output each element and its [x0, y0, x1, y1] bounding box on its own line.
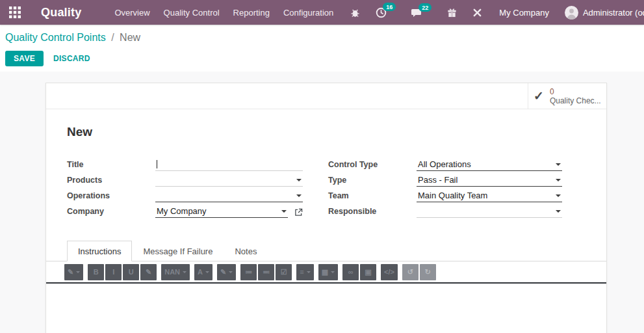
underline-button[interactable]: U: [123, 264, 139, 280]
unordered-list-button[interactable]: ≔: [240, 264, 257, 280]
field-column-right: Control Type All Operations Type Pass - …: [328, 159, 562, 221]
company-select[interactable]: My Company: [155, 206, 288, 218]
remove-format-button[interactable]: ✎: [140, 264, 157, 280]
text-cursor: [157, 160, 157, 168]
control-type-label: Control Type: [328, 160, 417, 171]
breadcrumb: Quality Control Points / New: [5, 32, 644, 44]
checklist-button[interactable]: ☑: [276, 264, 292, 280]
paragraph-style-button[interactable]: ✎: [64, 264, 83, 280]
caret-down-icon: [229, 271, 233, 273]
table-icon: ▦: [322, 268, 328, 276]
discard-button[interactable]: DISCARD: [53, 54, 90, 63]
unordered-list-icon: ≔: [245, 268, 252, 276]
external-link-icon[interactable]: [294, 208, 303, 218]
field-column-left: Title Products Opera: [67, 159, 303, 221]
underline-icon: U: [129, 268, 134, 276]
form-button-box: ✓ 0 Quality Chec...: [46, 83, 606, 109]
caret-down-icon: [183, 271, 187, 273]
products-select[interactable]: [155, 175, 303, 187]
field-row-company: Company My Company: [67, 206, 303, 218]
team-select[interactable]: Main Quality Team: [417, 191, 562, 202]
tab-notes[interactable]: Notes: [224, 241, 268, 261]
link-icon: ∞: [348, 268, 354, 276]
breadcrumb-separator: /: [111, 32, 114, 43]
italic-icon: I: [112, 268, 114, 276]
navbar-systray: 16 22 My Company: [335, 6, 644, 20]
breadcrumb-current: New: [120, 32, 140, 43]
table-button[interactable]: ▦: [318, 264, 338, 280]
type-select[interactable]: Pass - Fail: [417, 175, 562, 187]
field-row-title: Title: [67, 159, 303, 171]
menu-quality-control[interactable]: Quality Control: [162, 5, 221, 20]
font-color-icon: A: [198, 268, 203, 276]
tools-icon[interactable]: [472, 8, 482, 18]
app-name[interactable]: Quality: [41, 6, 81, 20]
title-input[interactable]: [155, 159, 303, 171]
top-navbar: Quality Overview Quality Control Reporti…: [0, 0, 644, 25]
field-row-team: Team Main Quality Team: [328, 190, 562, 202]
rich-text-editor-toolbar: ✎BIU✎NANA✎≔≕☑≡▦∞▣</>↺↻: [46, 261, 606, 284]
apps-grid-icon[interactable]: [6, 4, 23, 21]
notebook-tabs: Instructions Message If Failure Notes: [46, 241, 606, 261]
user-menu[interactable]: Administrator (odoo1: [565, 6, 644, 20]
code-view-button[interactable]: </>: [381, 264, 398, 280]
tab-instructions[interactable]: Instructions: [67, 241, 132, 261]
paragraph-style-icon: ✎: [68, 268, 73, 276]
form-action-buttons: SAVE DISCARD: [5, 51, 644, 66]
instructions-editor-area[interactable]: [46, 284, 606, 333]
main-menu: Overview Quality Control Reporting Confi…: [113, 5, 335, 20]
caret-down-icon: [76, 271, 80, 273]
font-color-button[interactable]: A: [194, 264, 213, 280]
type-label: Type: [328, 176, 417, 187]
responsible-select[interactable]: [417, 206, 562, 218]
menu-reporting[interactable]: Reporting: [232, 5, 271, 20]
form-view-background: ✓ 0 Quality Chec... New Title: [0, 72, 644, 333]
control-type-select[interactable]: All Operations: [417, 159, 562, 171]
chevron-down-icon: [556, 163, 561, 166]
bold-icon: B: [94, 268, 99, 276]
activities-clock-icon[interactable]: 16: [376, 7, 387, 18]
toolbar-group: ∞▣: [342, 264, 376, 280]
form-sheet: New Title Products: [46, 109, 606, 221]
image-button[interactable]: ▣: [360, 264, 376, 280]
chevron-down-icon: [556, 194, 561, 197]
quality-checks-stat-button[interactable]: ✓ 0 Quality Chec...: [528, 83, 606, 109]
align-button[interactable]: ≡: [296, 264, 313, 280]
caret-down-icon: [307, 271, 311, 273]
field-row-operations: Operations: [67, 190, 303, 202]
products-label: Products: [67, 176, 155, 187]
field-row-responsible: Responsible: [328, 206, 562, 218]
activities-badge: 16: [383, 3, 396, 11]
breadcrumb-root-link[interactable]: Quality Control Points: [5, 32, 106, 43]
caret-down-icon: [205, 271, 209, 273]
operations-select[interactable]: [155, 191, 303, 202]
font-size-button[interactable]: NAN: [161, 264, 190, 280]
messages-chat-icon[interactable]: 22: [411, 8, 422, 18]
redo-button: ↻: [420, 264, 436, 280]
ordered-list-button[interactable]: ≕: [258, 264, 274, 280]
debug-bug-icon[interactable]: [350, 8, 360, 18]
save-button[interactable]: SAVE: [5, 51, 44, 66]
undo-icon: ↺: [407, 268, 413, 276]
highlight-color-button[interactable]: ✎: [217, 264, 236, 280]
tab-message-if-failure[interactable]: Message If Failure: [132, 241, 224, 261]
chevron-down-icon: [281, 210, 287, 213]
bold-button[interactable]: B: [88, 264, 104, 280]
check-icon: ✓: [534, 90, 544, 102]
operations-label: Operations: [67, 191, 155, 202]
link-button[interactable]: ∞: [342, 264, 359, 280]
toolbar-group: </>: [381, 264, 398, 280]
field-row-type: Type Pass - Fail: [328, 174, 562, 187]
align-icon: ≡: [300, 268, 303, 276]
title-label: Title: [67, 160, 155, 171]
menu-overview[interactable]: Overview: [113, 5, 151, 20]
chevron-down-icon: [556, 210, 561, 213]
image-icon: ▣: [365, 268, 371, 276]
company-switcher[interactable]: My Company: [499, 8, 549, 18]
font-size-icon: NAN: [164, 268, 180, 276]
menu-configuration[interactable]: Configuration: [282, 5, 335, 20]
gift-icon[interactable]: [447, 8, 457, 18]
field-row-control-type: Control Type All Operations: [328, 159, 562, 171]
control-panel: Quality Control Points / New SAVE DISCAR…: [0, 25, 644, 72]
italic-button[interactable]: I: [105, 264, 122, 280]
